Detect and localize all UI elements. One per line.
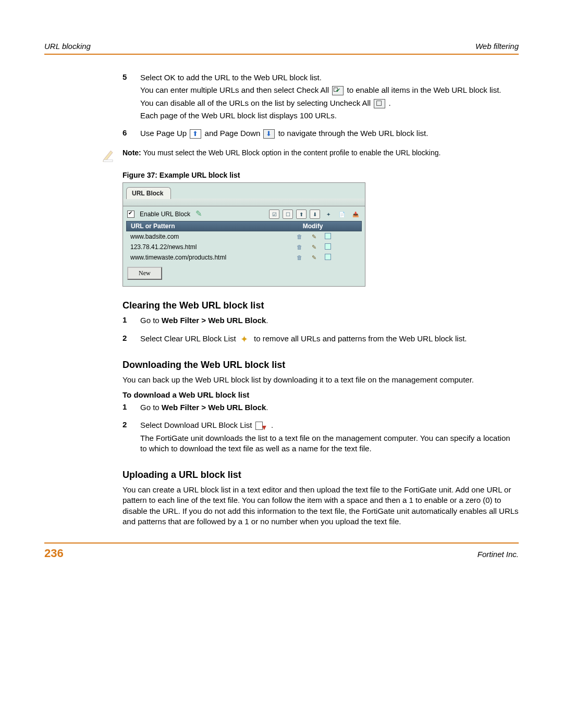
text: Go to xyxy=(140,403,162,412)
step-text: Go to Web Filter > Web URL Block. xyxy=(140,315,519,326)
note-block: Note: You must select the Web URL Block … xyxy=(102,148,519,163)
heading-downloading: Downloading the Web URL block list xyxy=(123,360,519,371)
intro-text: You can back up the Web URL block list b… xyxy=(123,375,519,385)
table-rows: www.badsite.com 🗑 ✎ 123.78.41.22/news.ht… xyxy=(126,231,362,263)
cell-url: 123.78.41.22/news.html xyxy=(130,243,269,251)
step-number: 1 xyxy=(123,402,140,415)
note-label: Note: xyxy=(123,149,141,157)
uncheck-all-icon[interactable]: ☐ xyxy=(283,209,293,219)
step-text: You can disable all of the URLs on the l… xyxy=(140,98,519,108)
enable-checkbox[interactable] xyxy=(127,211,134,218)
check-all-icon[interactable]: ☑ xyxy=(269,209,279,219)
step-list-clearing: 1 Go to Web Filter > Web URL Block. 2 Se… xyxy=(123,315,519,346)
step-text: You can enter multiple URLs and then sel… xyxy=(140,85,519,95)
header-rule xyxy=(44,54,519,55)
enable-label: Enable URL Block xyxy=(140,211,190,218)
step-body: Select OK to add the URL to the Web URL … xyxy=(140,72,519,123)
text: . xyxy=(271,421,273,429)
header-left: URL blocking xyxy=(44,42,91,51)
page-footer: 236 Fortinet Inc. xyxy=(44,547,519,560)
cell-url: www.badsite.com xyxy=(130,233,269,240)
nav-path: Web Filter > Web URL Block xyxy=(162,403,266,412)
text: Select Download URL Block List xyxy=(140,421,254,429)
step-1: 1 Go to Web Filter > Web URL Block. xyxy=(123,315,519,328)
toggle-icon[interactable] xyxy=(325,233,331,239)
step-1: 1 Go to Web Filter > Web URL Block. xyxy=(123,402,519,415)
text: You can enter multiple URLs and then sel… xyxy=(140,85,331,94)
edit-icon[interactable]: ✎ xyxy=(310,233,317,240)
step-text: The FortiGate unit downloads the list to… xyxy=(140,433,519,454)
toggle-icon[interactable] xyxy=(325,243,331,250)
svg-rect-0 xyxy=(104,160,113,162)
step-text: Go to Web Filter > Web URL Block. xyxy=(140,402,519,413)
nav-path: Web Filter > Web URL Block xyxy=(162,316,266,325)
uploading-body: You can create a URL block list in a tex… xyxy=(123,485,519,527)
panel-toolbar: Enable URL Block ☑ ☐ ⬆ ⬇ ✦ 📄 📥 xyxy=(123,206,365,220)
step-list-downloading: 1 Go to Web Filter > Web URL Block. 2 Se… xyxy=(123,402,519,456)
page-up-icon[interactable]: ⬆ xyxy=(296,209,307,219)
step-2: 2 Select Clear URL Block List to remove … xyxy=(123,334,519,346)
document-page: URL blocking Web filtering 5 Select OK t… xyxy=(0,0,563,591)
page-down-icon[interactable]: ⬇ xyxy=(310,209,320,219)
table-header: URL or Pattern Modify xyxy=(126,221,362,231)
step-body: Use Page Up and Page Down to navigate th… xyxy=(140,128,519,141)
text: Go to xyxy=(140,316,162,325)
note-text: Note: You must select the Web URL Block … xyxy=(123,148,440,163)
toggle-icon[interactable] xyxy=(325,254,331,260)
step-text: Use Page Up and Page Down to navigate th… xyxy=(140,128,519,139)
page-up-icon xyxy=(190,129,201,139)
text: Use Page Up xyxy=(140,129,189,138)
footer-rule xyxy=(44,542,519,544)
step-number: 2 xyxy=(123,420,140,456)
tabstrip xyxy=(123,199,365,206)
step-list-1: 5 Select OK to add the URL to the Web UR… xyxy=(123,72,519,141)
clear-list-icon[interactable]: ✦ xyxy=(323,209,334,219)
step-text: Select Clear URL Block List to remove al… xyxy=(140,334,519,344)
page-number: 236 xyxy=(44,547,64,560)
delete-icon[interactable]: 🗑 xyxy=(296,243,303,251)
table-row: 123.78.41.22/news.html 🗑 ✎ xyxy=(126,242,362,252)
col-modify: Modify xyxy=(268,223,357,230)
uncheck-all-icon xyxy=(374,99,385,108)
step-body: Select Download URL Block List . The For… xyxy=(140,420,519,456)
page-header: URL blocking Web filtering xyxy=(44,42,519,51)
step-6: 6 Use Page Up and Page Down to navigate … xyxy=(123,128,519,141)
step-2: 2 Select Download URL Block List . The F… xyxy=(123,420,519,456)
edit-icon[interactable]: ✎ xyxy=(310,243,317,251)
step-number: 1 xyxy=(123,315,140,328)
edit-icon[interactable]: ✎ xyxy=(310,254,317,261)
header-right: Web filtering xyxy=(475,42,519,51)
note-body: You must select the Web URL Block option… xyxy=(143,149,440,157)
step-number: 5 xyxy=(123,72,140,123)
download-list-icon[interactable]: 📥 xyxy=(350,209,361,219)
note-pen-icon xyxy=(102,148,116,163)
clear-list-icon xyxy=(239,335,251,343)
delete-icon[interactable]: 🗑 xyxy=(296,233,303,240)
step-number: 6 xyxy=(123,128,140,141)
text: to navigate through the Web URL block li… xyxy=(278,129,429,138)
text: . xyxy=(389,98,391,107)
heading-clearing: Clearing the Web URL block list xyxy=(123,300,519,311)
step-text: Each page of the Web URL block list disp… xyxy=(140,110,519,121)
edit-icon[interactable] xyxy=(195,211,204,218)
figure-caption: Figure 37: Example URL block list xyxy=(123,171,519,179)
new-button[interactable]: New xyxy=(127,267,162,280)
upload-list-icon[interactable]: 📄 xyxy=(337,209,347,219)
step-text: Select Download URL Block List . xyxy=(140,420,519,430)
tab-url-block[interactable]: URL Block xyxy=(126,187,171,199)
text: and Page Down xyxy=(205,129,263,138)
text: . xyxy=(266,316,268,325)
delete-icon[interactable]: 🗑 xyxy=(296,254,303,261)
step-body: Go to Web Filter > Web URL Block. xyxy=(140,315,519,328)
page-down-icon xyxy=(263,129,275,139)
url-block-panel: URL Block Enable URL Block ☑ ☐ ⬆ ⬇ ✦ 📄 📥… xyxy=(123,182,365,287)
main-content: 5 Select OK to add the URL to the Web UR… xyxy=(123,72,519,527)
text: Select Clear URL Block List xyxy=(140,334,238,343)
note-icon-cell xyxy=(102,148,123,163)
text: You can disable all of the URLs on the l… xyxy=(140,98,373,107)
step-body: Select Clear URL Block List to remove al… xyxy=(140,334,519,346)
check-all-icon xyxy=(332,86,344,95)
cell-url: www.timewaste.com/products.html xyxy=(130,254,269,261)
text: . xyxy=(266,403,268,412)
heading-uploading: Uploading a URL block list xyxy=(123,470,519,480)
